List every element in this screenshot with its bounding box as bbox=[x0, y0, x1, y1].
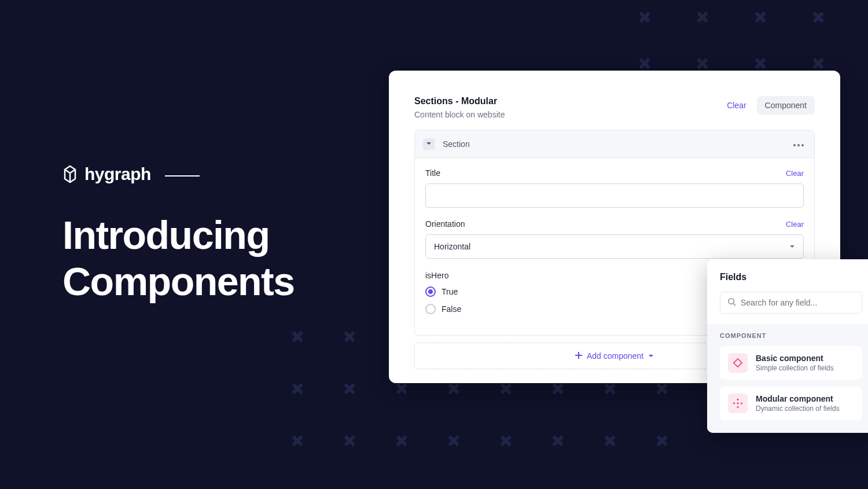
x-icon bbox=[498, 435, 513, 450]
headline-line2: Components bbox=[62, 258, 295, 304]
x-icon bbox=[341, 331, 356, 346]
orientation-field: Orientation Clear Horizontal bbox=[425, 219, 804, 259]
fields-popover: Fields COMPONENT Basic component Simple … bbox=[707, 259, 868, 433]
headline-line1: Introducing bbox=[62, 212, 295, 258]
chevron-down-icon bbox=[648, 351, 654, 361]
radio-icon bbox=[425, 286, 436, 297]
svg-rect-11 bbox=[740, 402, 742, 405]
hygraph-logo-icon bbox=[62, 165, 78, 183]
dots-horizontal-icon bbox=[793, 139, 804, 148]
x-icon bbox=[393, 383, 409, 398]
headline: Introducing Components bbox=[62, 212, 295, 304]
clear-button[interactable]: Clear bbox=[722, 97, 751, 113]
svg-line-6 bbox=[733, 303, 735, 306]
divider bbox=[165, 175, 200, 177]
collapse-button[interactable] bbox=[423, 138, 435, 150]
x-icon bbox=[637, 12, 652, 27]
add-component-label: Add component bbox=[587, 351, 643, 361]
orientation-select[interactable]: Horizontal bbox=[425, 234, 804, 259]
orientation-label: Orientation bbox=[425, 219, 465, 229]
x-icon bbox=[498, 383, 513, 398]
plus-icon bbox=[575, 351, 582, 361]
title-field: Title Clear bbox=[425, 168, 804, 208]
svg-rect-12 bbox=[737, 402, 739, 405]
x-icon bbox=[752, 12, 767, 27]
item-subtitle: Dynamic collection of fields bbox=[756, 405, 840, 413]
svg-rect-4 bbox=[575, 355, 582, 356]
section-name: Section bbox=[443, 139, 470, 149]
x-icon bbox=[289, 383, 304, 398]
svg-point-1 bbox=[797, 144, 800, 146]
search-icon bbox=[727, 297, 736, 308]
field-search[interactable] bbox=[720, 292, 862, 314]
component-button[interactable]: Component bbox=[757, 96, 815, 115]
orientation-clear-button[interactable]: Clear bbox=[786, 220, 804, 229]
field-type-modular-component[interactable]: Modular component Dynamic collection of … bbox=[720, 387, 862, 420]
svg-point-0 bbox=[793, 144, 796, 146]
item-subtitle: Simple collection of fields bbox=[756, 364, 834, 372]
x-icon bbox=[602, 383, 617, 398]
svg-point-2 bbox=[801, 144, 804, 146]
chevron-down-icon bbox=[426, 139, 432, 148]
svg-rect-9 bbox=[737, 406, 739, 408]
item-title: Basic component bbox=[756, 354, 834, 363]
x-icon bbox=[654, 435, 669, 450]
x-icon bbox=[446, 435, 461, 450]
x-icon bbox=[694, 12, 709, 27]
x-icon bbox=[341, 435, 356, 450]
svg-rect-10 bbox=[733, 402, 735, 405]
diamond-icon bbox=[728, 353, 748, 373]
field-search-input[interactable] bbox=[741, 298, 855, 307]
x-icon bbox=[289, 331, 304, 346]
title-clear-button[interactable]: Clear bbox=[786, 169, 804, 178]
svg-rect-7 bbox=[734, 359, 742, 367]
more-button[interactable] bbox=[791, 137, 806, 150]
orientation-value: Horizontal bbox=[434, 242, 470, 251]
card-title: Sections - Modular bbox=[414, 96, 505, 106]
x-icon bbox=[810, 12, 825, 27]
chevron-down-icon bbox=[789, 242, 795, 251]
field-type-basic-component[interactable]: Basic component Simple collection of fie… bbox=[720, 346, 862, 380]
item-title: Modular component bbox=[756, 394, 840, 403]
x-icon bbox=[654, 383, 669, 398]
brand: hygraph bbox=[62, 164, 295, 184]
svg-point-5 bbox=[729, 298, 734, 303]
x-icon bbox=[289, 435, 304, 450]
radio-label-false: False bbox=[442, 304, 461, 314]
card-subtitle: Content block on website bbox=[414, 110, 505, 119]
diamond-grid-icon bbox=[728, 394, 748, 413]
brand-name: hygraph bbox=[84, 164, 151, 184]
radio-icon bbox=[425, 304, 436, 314]
x-icon bbox=[550, 435, 565, 450]
x-icon bbox=[602, 435, 617, 450]
popover-section-label: COMPONENT bbox=[720, 332, 862, 339]
x-icon bbox=[446, 383, 461, 398]
title-label: Title bbox=[425, 168, 440, 178]
popover-title: Fields bbox=[707, 272, 868, 282]
ishero-label: isHero bbox=[425, 271, 448, 280]
radio-label-true: True bbox=[442, 287, 458, 296]
section-header: Section bbox=[415, 130, 814, 158]
title-input[interactable] bbox=[425, 183, 804, 208]
x-icon bbox=[341, 383, 356, 398]
x-icon bbox=[393, 435, 409, 450]
x-icon bbox=[550, 383, 565, 398]
svg-rect-8 bbox=[737, 398, 739, 400]
